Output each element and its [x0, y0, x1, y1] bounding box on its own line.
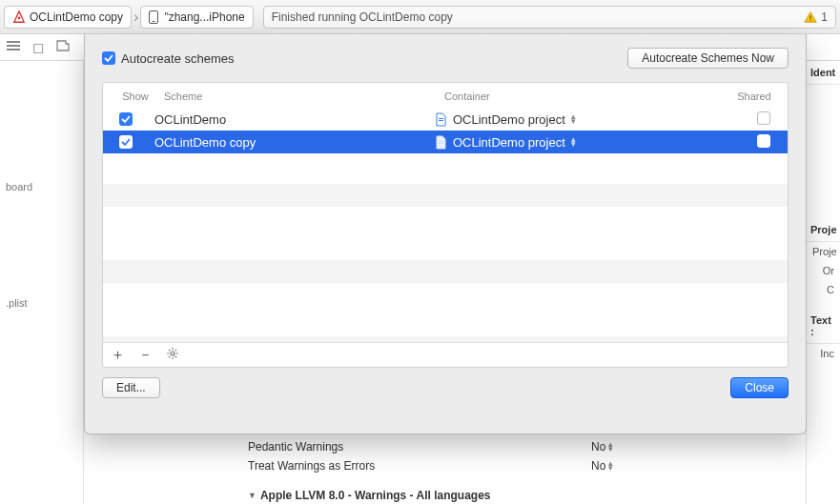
- svg-line-17: [175, 350, 176, 351]
- setting-value: No: [591, 440, 605, 454]
- container-name: OCLintDemo project: [453, 135, 565, 150]
- inspector-field: Proje: [807, 242, 840, 261]
- settings-section-header[interactable]: ▼ Apple LLVM 8.0 - Warnings - All langua…: [248, 489, 802, 502]
- svg-rect-4: [7, 45, 20, 47]
- stepper-icon[interactable]: ▴▾: [608, 461, 613, 471]
- related-items-icon[interactable]: [6, 38, 21, 56]
- svg-rect-2: [810, 19, 811, 20]
- autocreate-now-button[interactable]: Autocreate Schemes Now: [627, 48, 789, 69]
- setting-row[interactable]: Treat Warnings as Errors No▴▾: [248, 456, 802, 475]
- phone-icon: [149, 10, 158, 24]
- chevron-right-icon: ›: [132, 9, 140, 26]
- table-body[interactable]: OCLintDemo OCLintDemo project ▴▾ OCLintD…: [103, 108, 788, 342]
- add-scheme-button[interactable]: ＋: [111, 346, 125, 364]
- table-row: [103, 184, 788, 207]
- device-name: "zhang...iPhone: [164, 10, 244, 24]
- file-item[interactable]: board: [6, 181, 77, 192]
- svg-line-16: [175, 356, 176, 357]
- gear-icon[interactable]: [166, 347, 179, 363]
- inspector-pane: Ident Proje Proje Or C Text : Inc: [806, 61, 840, 504]
- close-button[interactable]: Close: [730, 377, 789, 398]
- setting-key: Treat Warnings as Errors: [248, 459, 591, 473]
- svg-point-10: [171, 352, 174, 355]
- show-checkbox[interactable]: [119, 135, 133, 149]
- inspector-section: Proje: [807, 218, 840, 242]
- inspector-section: Text :: [807, 309, 840, 344]
- container-stepper-icon[interactable]: ▴▾: [571, 114, 576, 124]
- container-stepper-icon[interactable]: ▴▾: [571, 137, 576, 147]
- device-selector[interactable]: "zhang...iPhone: [140, 6, 253, 29]
- table-row: [103, 260, 788, 283]
- scheme-name: OCLintDemo copy: [149, 135, 435, 150]
- back-icon[interactable]: ◻: [32, 39, 44, 56]
- remove-scheme-button[interactable]: －: [138, 346, 153, 364]
- table-row: [103, 207, 788, 230]
- scheme-selector[interactable]: OCLintDemo copy: [4, 6, 132, 29]
- autocreate-label: Autocreate schemes: [121, 51, 235, 66]
- svg-point-0: [18, 16, 21, 19]
- file-item[interactable]: .plist: [6, 297, 77, 309]
- setting-value: No: [591, 459, 605, 473]
- svg-line-15: [169, 350, 170, 351]
- table-row[interactable]: OCLintDemo OCLintDemo project ▴▾: [103, 108, 788, 131]
- table-row: [103, 283, 788, 306]
- autocreate-schemes-checkbox[interactable]: Autocreate schemes: [102, 51, 235, 66]
- forward-icon[interactable]: [55, 38, 71, 56]
- svg-rect-1: [810, 15, 811, 19]
- disclosure-triangle-icon[interactable]: ▼: [248, 491, 256, 500]
- status-text: Finished running OCLintDemo copy: [272, 10, 805, 24]
- svg-rect-5: [7, 49, 20, 50]
- warning-icon[interactable]: [804, 10, 817, 24]
- table-footer: ＋ －: [103, 342, 788, 367]
- navigator-pane: board .plist: [0, 61, 84, 504]
- setting-row[interactable]: Pedantic Warnings No▴▾: [248, 437, 802, 456]
- manage-schemes-dialog: Autocreate schemes Autocreate Schemes No…: [84, 34, 807, 434]
- col-shared[interactable]: Shared: [730, 91, 778, 102]
- shared-checkbox[interactable]: [757, 111, 770, 125]
- checkbox-icon: [102, 51, 115, 65]
- table-row[interactable]: OCLintDemo copy OCLintDemo project ▴▾: [103, 131, 788, 153]
- scheme-name: OCLintDemo: [149, 112, 435, 127]
- shared-checkbox[interactable]: [757, 134, 770, 148]
- activity-status-bar: Finished running OCLintDemo copy 1: [263, 6, 836, 29]
- scheme-name: OCLintDemo copy: [30, 10, 123, 24]
- svg-rect-8: [439, 141, 443, 142]
- table-header: Show Scheme Container Shared: [103, 83, 788, 108]
- warning-count: 1: [821, 10, 828, 24]
- app-icon: [12, 10, 26, 24]
- project-icon: [435, 135, 447, 150]
- svg-line-18: [169, 356, 170, 357]
- xcode-toolbar: OCLintDemo copy › "zhang...iPhone Finish…: [0, 0, 840, 34]
- col-container[interactable]: Container: [444, 91, 730, 102]
- project-icon: [435, 112, 447, 127]
- container-name: OCLintDemo project: [453, 112, 565, 127]
- inspector-field: Or: [807, 261, 840, 280]
- col-show[interactable]: Show: [113, 91, 158, 102]
- svg-rect-7: [439, 120, 443, 121]
- show-checkbox[interactable]: [119, 112, 133, 126]
- svg-rect-6: [439, 118, 443, 119]
- col-scheme[interactable]: Scheme: [158, 91, 444, 102]
- setting-key: Pedantic Warnings: [248, 440, 591, 454]
- section-title: Apple LLVM 8.0 - Warnings - All language…: [260, 489, 491, 502]
- inspector-section: Ident: [807, 61, 840, 85]
- schemes-table: Show Scheme Container Shared OCLintDemo …: [102, 82, 789, 368]
- build-settings: Pedantic Warnings No▴▾ Treat Warnings as…: [248, 437, 802, 504]
- inspector-field: Inc: [807, 344, 840, 363]
- stepper-icon[interactable]: ▴▾: [608, 442, 613, 452]
- edit-button[interactable]: Edit...: [102, 377, 160, 398]
- svg-rect-3: [7, 41, 20, 43]
- svg-rect-9: [439, 143, 443, 144]
- inspector-field: C: [807, 280, 840, 299]
